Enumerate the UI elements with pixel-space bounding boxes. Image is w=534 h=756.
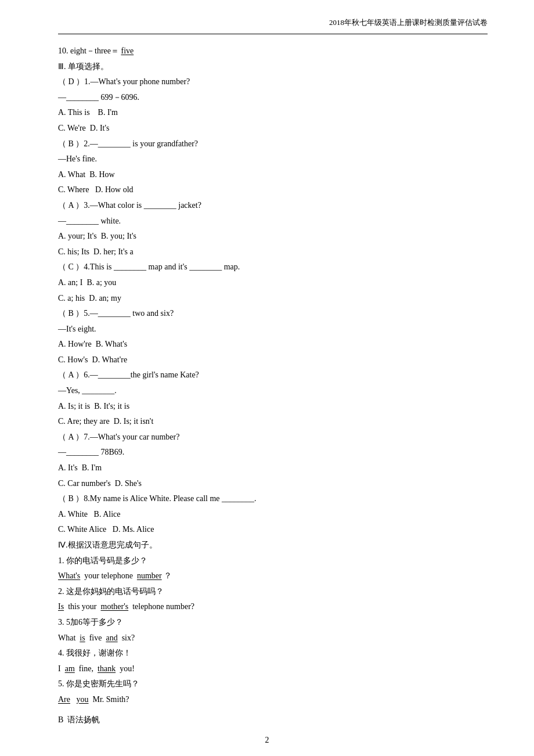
main-content: 10. eight－three＝ five Ⅲ. 单项选择。 （ D ）1.—W… (58, 44, 488, 728)
top-border (58, 34, 488, 34)
s4-q4-cn: 4. 我很好，谢谢你！ (58, 646, 488, 661)
q2-text: （ B ）2.—________ is your grandfather? (58, 136, 488, 152)
q2-cd: C. Where D. How old (58, 182, 488, 198)
s4-q3-en: What is five and six? (58, 631, 488, 646)
s4-q2-en: Is this your mother's telephone number? (58, 599, 488, 615)
q1-text: （ D ）1.—What's your phone number? (58, 74, 488, 90)
q7-text: （ A ）7.—What's your car number? (58, 430, 488, 445)
q1-ab: A. This is B. I'm (58, 105, 488, 121)
s4-q1-cn: 1. 你的电话号码是多少？ (58, 553, 488, 569)
q3-2: —________ white. (58, 214, 488, 229)
q7-2: —________ 78B69. (58, 445, 488, 460)
q3-cd: C. his; Its D. her; It's a (58, 244, 488, 260)
page: 2018年秋七年级英语上册课时检测质量评估试卷 10. eight－three＝… (0, 0, 534, 756)
q3-text: （ A ）3.—What color is ________ jacket? (58, 198, 488, 214)
q6-cd: C. Are; they are D. Is; it isn't (58, 414, 488, 430)
s4-q4-en: I am fine, thank you! (58, 661, 488, 677)
s4-q5-cn: 5. 你是史密斯先生吗？ (58, 676, 488, 692)
q3-ab: A. your; It's B. you; It's (58, 229, 488, 244)
section4-title: Ⅳ.根据汉语意思完成句子。 (58, 538, 488, 553)
q4-ab: A. an; I B. a; you (58, 275, 488, 291)
q2-2: —He's fine. (58, 152, 488, 167)
s4-q3-cn: 3. 5加6等于多少？ (58, 615, 488, 631)
item10-answer: five (121, 46, 134, 55)
q1-cd: C. We're D. It's (58, 121, 488, 136)
q4-cd: C. a; his D. an; my (58, 291, 488, 307)
s4-q1-en: What's your telephone number ？ (58, 568, 488, 584)
q7-cd: C. Car number's D. She's (58, 476, 488, 492)
section3-title: Ⅲ. 单项选择。 (58, 59, 488, 75)
q5-ab: A. How're B. What's (58, 337, 488, 352)
q8-ab: A. White B. Alice (58, 507, 488, 523)
q8-text: （ B ）8.My name is Alice White. Please ca… (58, 491, 488, 507)
q5-text: （ B ）5.—________ two and six? (58, 306, 488, 322)
q6-2: —Yes, ________. (58, 383, 488, 399)
q5-2: —It's eight. (58, 322, 488, 337)
q7-ab: A. It's B. I'm (58, 460, 488, 476)
q6-text: （ A ）6.—________the girl's name Kate? (58, 368, 488, 383)
item10: 10. eight－three＝ five (58, 44, 488, 59)
header-title: 2018年秋七年级英语上册课时检测质量评估试卷 (329, 17, 488, 28)
footer-text: B 语法扬帆 (58, 712, 488, 728)
s4-q5-en: Are you Mr. Smith? (58, 692, 488, 708)
q5-cd: C. How's D. What're (58, 352, 488, 368)
q1-2: —________ 699－6096. (58, 90, 488, 106)
q8-cd: C. White Alice D. Ms. Alice (58, 522, 488, 538)
q2-ab: A. What B. How (58, 167, 488, 183)
page-number: 2 (265, 736, 269, 745)
q6-ab: A. Is; it is B. It's; it is (58, 399, 488, 415)
q4-text: （ C ）4.This is ________ map and it's ___… (58, 260, 488, 275)
s4-q2-cn: 2. 这是你妈妈的电话号码吗？ (58, 584, 488, 600)
